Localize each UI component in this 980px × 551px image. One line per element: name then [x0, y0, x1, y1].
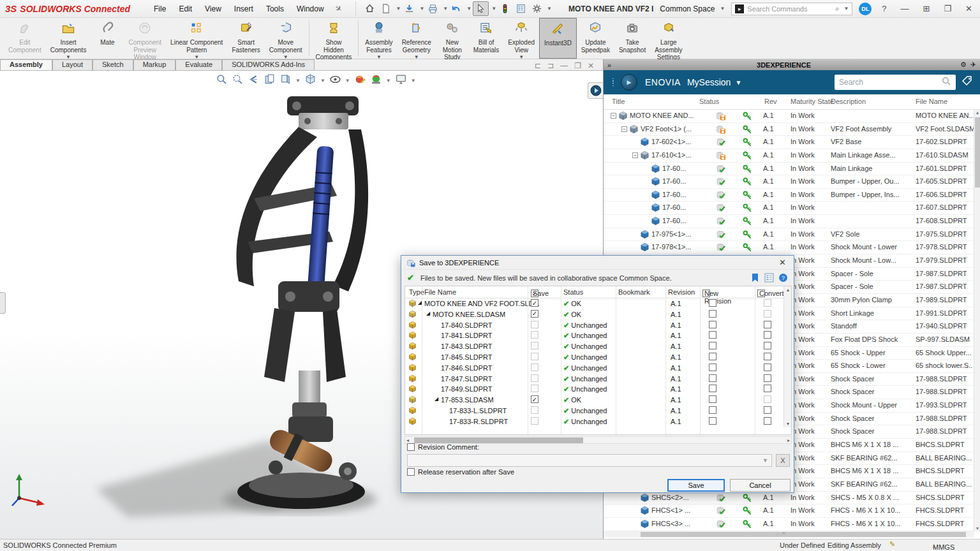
tab-assembly[interactable]: Assembly: [0, 59, 52, 70]
smart-fasteners-button[interactable]: Smart Fasteners: [227, 18, 264, 59]
restore-window-icon[interactable]: ❐: [940, 4, 955, 13]
dialog-file-row[interactable]: 17-847.SLDPRT✔UnchangedA.1: [405, 374, 785, 385]
select-arrow-icon[interactable]: [473, 1, 489, 16]
show-hidden-components-button[interactable]: Show Hidden Components: [311, 18, 357, 59]
new-revision-checkbox[interactable]: [709, 406, 716, 414]
convert-checkbox[interactable]: [764, 364, 771, 371]
panel-horizontal-scrollbar[interactable]: [604, 531, 974, 538]
session-grid-row[interactable]: 17-975<1>...A.1In WorkVF2 Sole17-975.SLD…: [604, 228, 974, 242]
menu-tools[interactable]: Tools: [260, 2, 290, 16]
menu-edit[interactable]: Edit: [173, 2, 198, 16]
collaborative-space-selector[interactable]: Common Space▼: [660, 4, 725, 13]
tree-expander-icon[interactable]: ◢: [434, 396, 438, 402]
assembly-features-button[interactable]: Assembly Features▼: [360, 18, 397, 59]
panel-search-input[interactable]: Search: [835, 75, 956, 90]
column-header-status[interactable]: Status: [563, 288, 583, 296]
dialog-file-row[interactable]: ◢MOTO KNEE AND VF2 FOOT.SLD...✔OKA.1: [405, 298, 785, 309]
doc-close-icon[interactable]: ✕: [588, 61, 594, 70]
dialog-file-row[interactable]: 17-843.SLDPRT✔UnchangedA.1: [405, 341, 785, 352]
dropdown-caret-icon[interactable]: ▼: [466, 6, 471, 11]
tab-solidworks-add-ins[interactable]: SOLIDWORKS Add-Ins: [222, 59, 315, 70]
pane-right-icon[interactable]: ⊐: [547, 61, 554, 70]
column-header-file-name[interactable]: File Name: [916, 98, 947, 105]
search-caret-icon[interactable]: ▼: [843, 6, 849, 11]
menu-window[interactable]: Window: [291, 2, 330, 16]
dialog-file-row[interactable]: ◢MOTO KNEE.SLDASM✔OKA.1: [405, 309, 785, 320]
save-checkbox[interactable]: [531, 299, 538, 307]
save-button[interactable]: Save: [667, 479, 725, 492]
pin-menu-icon[interactable]: ✈: [332, 3, 344, 15]
dialog-file-row[interactable]: 17-846.SLDPRT✔UnchangedA.1: [405, 363, 785, 374]
revision-comment-checkbox[interactable]: [407, 443, 415, 451]
user-avatar[interactable]: DL: [859, 3, 872, 15]
convert-checkbox[interactable]: [764, 406, 771, 414]
close-window-icon[interactable]: ✕: [961, 4, 976, 13]
column-header-title[interactable]: Title: [612, 98, 625, 105]
tree-expander-icon[interactable]: ◢: [426, 311, 430, 316]
mysession-label[interactable]: MySession: [687, 77, 731, 87]
convert-checkbox[interactable]: [764, 321, 771, 328]
new-revision-checkbox[interactable]: [709, 299, 716, 307]
scrollbar-thumb[interactable]: [975, 117, 980, 187]
edit-sketch-icon[interactable]: ✎: [889, 540, 895, 548]
session-grid-row[interactable]: 17-60...A.1In Work17-608.SLDPRT: [604, 215, 974, 228]
save-checkbox[interactable]: [531, 395, 538, 403]
new-revision-checkbox[interactable]: [709, 364, 716, 371]
dialog-file-row[interactable]: ◢17-853.SLDASM✔OKA.1: [405, 395, 785, 406]
session-chevron-down-icon[interactable]: ▼: [735, 79, 741, 86]
convert-checkbox[interactable]: [764, 353, 771, 360]
convert-checkbox[interactable]: [764, 342, 771, 349]
convert-checkbox[interactable]: [764, 417, 771, 425]
dropdown-caret-icon[interactable]: ▼: [491, 6, 496, 11]
release-reservation-checkbox[interactable]: [407, 468, 415, 476]
traffic-light-icon[interactable]: [498, 2, 512, 15]
dialog-file-row[interactable]: 17-845.SLDPRT✔UnchangedA.1: [405, 352, 785, 363]
tag-icon[interactable]: [961, 75, 974, 90]
revision-comment-input[interactable]: ▼: [407, 454, 772, 467]
column-header-revision[interactable]: Revision: [668, 288, 695, 296]
save-checkbox[interactable]: [531, 364, 538, 371]
convert-checkbox[interactable]: [764, 385, 771, 392]
column-header-maturity-state[interactable]: Maturity State: [791, 98, 834, 105]
dialog-file-row[interactable]: 17-840.SLDPRT✔UnchangedA.1: [405, 320, 785, 331]
column-header-status[interactable]: Status: [699, 98, 719, 105]
scrollbar-thumb[interactable]: [641, 532, 966, 537]
tab-layout[interactable]: Layout: [52, 59, 93, 70]
3dexperience-compass-tab[interactable]: [588, 82, 603, 99]
menu-view[interactable]: View: [199, 2, 227, 16]
undo-icon[interactable]: [449, 2, 464, 15]
panel-gear-icon[interactable]: ⚙: [960, 61, 967, 69]
dialog-file-row[interactable]: 17-833-R.SLDPRT✔UnchangedA.1: [405, 416, 785, 427]
reference-geometry-button[interactable]: Reference Geometry▼: [397, 18, 436, 59]
tree-expander-icon[interactable]: −: [621, 126, 627, 132]
save-checkbox[interactable]: [531, 331, 538, 339]
dropdown-caret-icon[interactable]: ▼: [419, 6, 424, 11]
session-grid-row[interactable]: SHCS<2>...A.1In WorkSHCS - M5 X 0.8 X ..…: [604, 492, 974, 505]
search-icon[interactable]: ⌕: [835, 4, 839, 13]
left-flyout-handle[interactable]: [0, 292, 6, 314]
new-revision-checkbox[interactable]: [709, 331, 716, 339]
save-checkbox[interactable]: [531, 374, 538, 382]
tab-sketch[interactable]: Sketch: [93, 59, 133, 70]
convert-checkbox[interactable]: [764, 331, 771, 339]
help-icon[interactable]: ?: [778, 273, 788, 283]
exploded-view-button[interactable]: Exploded View▼: [503, 18, 539, 59]
tab-evaluate[interactable]: Evaluate: [175, 59, 222, 70]
dialog-title-bar[interactable]: Save to 3DEXPERIENCE ✕: [401, 256, 794, 270]
dropdown-caret-icon[interactable]: ▼: [547, 6, 552, 11]
save-icon[interactable]: [402, 2, 417, 15]
home-icon[interactable]: [362, 2, 377, 15]
column-header-rev[interactable]: Rev: [764, 98, 777, 105]
menu-file[interactable]: File: [148, 2, 172, 16]
session-grid-row[interactable]: 17-60...A.1In WorkMain Linkage17-601.SLD…: [604, 163, 974, 176]
move-component-button[interactable]: Move Component▼: [265, 18, 307, 59]
insert-components-button[interactable]: Insert Components▼: [46, 18, 91, 59]
print-icon[interactable]: [426, 2, 440, 15]
save-checkbox[interactable]: [531, 353, 538, 360]
save-checkbox[interactable]: [531, 385, 538, 392]
clear-comment-button[interactable]: X: [776, 454, 790, 467]
session-grid-row[interactable]: 17-60...A.1In Work17-607.SLDPRT: [604, 202, 974, 215]
session-grid-row[interactable]: −MOTO KNEE AND...A.1In WorkMOTO KNEE AN.…: [604, 110, 974, 123]
cancel-button[interactable]: Cancel: [730, 479, 791, 492]
options-gear-icon[interactable]: [530, 2, 544, 15]
